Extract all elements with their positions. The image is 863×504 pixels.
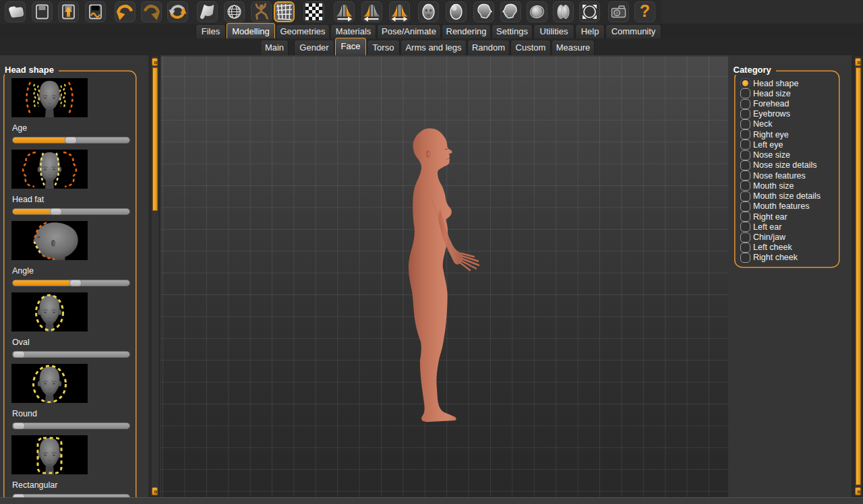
svg-text:?: ? xyxy=(640,2,650,20)
